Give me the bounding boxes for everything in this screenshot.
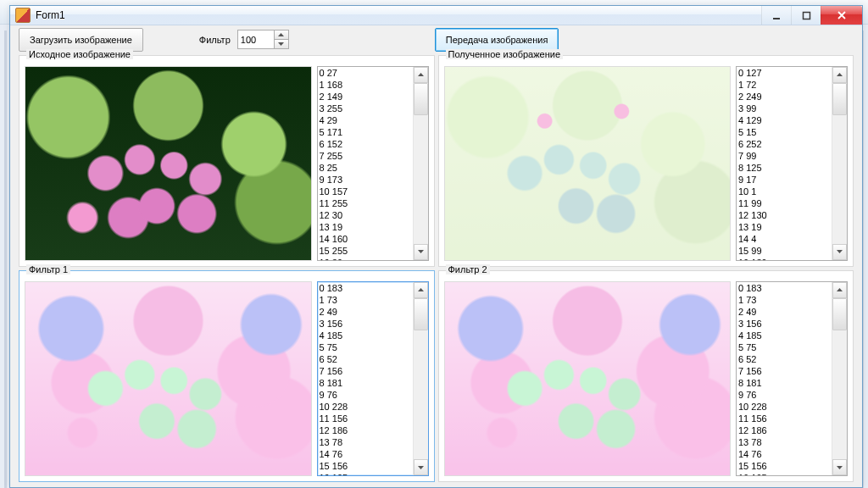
list-item[interactable]: 2 49	[320, 306, 413, 318]
list-item[interactable]: 9 17	[738, 174, 832, 186]
list-item[interactable]: 5 75	[738, 341, 832, 353]
list-item[interactable]: 15 255	[320, 245, 413, 257]
scroll-thumb[interactable]	[832, 83, 847, 115]
transmit-image-button[interactable]: Передача изображения	[435, 28, 559, 52]
list-item[interactable]: 13 78	[320, 436, 413, 448]
list-item[interactable]: 9 173	[320, 174, 413, 186]
filter-value-input[interactable]	[238, 30, 274, 48]
scroll-up-button[interactable]	[832, 282, 847, 298]
scroll-down-button[interactable]	[414, 244, 428, 260]
list-item[interactable]: 8 181	[738, 377, 832, 389]
maximize-button[interactable]	[791, 6, 821, 25]
list-item[interactable]: 13 19	[738, 221, 832, 233]
titlebar[interactable]: Form1	[10, 6, 862, 25]
list-item[interactable]: 3 255	[320, 103, 413, 114]
list-item[interactable]: 5 75	[320, 341, 413, 353]
scroll-thumb[interactable]	[414, 83, 428, 115]
scroll-up-button[interactable]	[414, 67, 428, 83]
scrollbar[interactable]	[832, 282, 847, 475]
close-button[interactable]	[821, 6, 862, 25]
list-item[interactable]: 14 76	[320, 448, 413, 460]
scrollbar[interactable]	[832, 67, 847, 260]
list-item[interactable]: 11 99	[738, 197, 832, 209]
list-item[interactable]: 12 186	[738, 424, 832, 436]
scroll-up-button[interactable]	[414, 282, 428, 298]
list-item[interactable]: 4 29	[320, 114, 413, 126]
list-item[interactable]: 2 149	[320, 91, 413, 103]
list-item[interactable]: 6 252	[738, 138, 832, 150]
list-item[interactable]: 4 185	[738, 330, 832, 341]
list-item[interactable]: 0 183	[320, 282, 413, 294]
spinner-down-button[interactable]	[275, 39, 288, 48]
list-item[interactable]: 4 185	[320, 330, 413, 341]
list-item[interactable]: 0 127	[738, 67, 832, 79]
list-item[interactable]: 13 78	[738, 436, 832, 448]
list-item[interactable]: 12 186	[320, 424, 413, 436]
list-item[interactable]: 9 76	[738, 389, 832, 401]
scrollbar[interactable]	[413, 67, 428, 260]
list-item[interactable]: 7 99	[738, 150, 832, 162]
list-item[interactable]: 7 255	[320, 150, 413, 162]
list-item[interactable]: 15 156	[320, 460, 413, 472]
list-item[interactable]: 16 39	[320, 257, 413, 260]
list-item[interactable]: 1 168	[320, 79, 413, 91]
list-item[interactable]: 11 255	[320, 197, 413, 209]
list-item[interactable]: 15 156	[738, 460, 832, 472]
list-item[interactable]: 1 73	[738, 294, 832, 306]
panel-filter2-caption: Фильтр 2	[446, 264, 490, 274]
scroll-up-button[interactable]	[832, 67, 847, 83]
list-item[interactable]: 14 160	[320, 233, 413, 245]
list-item[interactable]: 13 19	[320, 221, 413, 233]
scroll-thumb[interactable]	[414, 298, 428, 330]
list-item[interactable]: 11 156	[320, 413, 413, 424]
scrollbar[interactable]	[413, 282, 428, 475]
list-item[interactable]: 6 152	[320, 138, 413, 150]
list-item[interactable]: 6 52	[320, 353, 413, 365]
list-item[interactable]: 4 129	[738, 114, 832, 126]
list-item[interactable]: 5 171	[320, 126, 413, 138]
scroll-down-button[interactable]	[414, 459, 428, 475]
list-item[interactable]: 10 157	[320, 186, 413, 197]
list-item[interactable]: 5 15	[738, 126, 832, 138]
panel-source-caption: Исходное изображение	[26, 49, 133, 59]
list-item[interactable]: 3 156	[320, 318, 413, 330]
list-item[interactable]: 0 27	[320, 67, 413, 79]
list-item[interactable]: 2 49	[738, 306, 832, 318]
list-item[interactable]: 10 228	[320, 401, 413, 413]
list-item[interactable]: 15 99	[738, 245, 832, 257]
list-item[interactable]: 16 195	[738, 472, 832, 475]
filter1-listbox[interactable]: 0 1831 732 493 1564 1855 756 527 1568 18…	[317, 281, 429, 476]
spinner-up-button[interactable]	[275, 30, 288, 39]
list-item[interactable]: 14 4	[738, 233, 832, 245]
list-item[interactable]: 2 249	[738, 91, 832, 103]
list-item[interactable]: 6 52	[738, 353, 832, 365]
list-item[interactable]: 16 195	[320, 472, 413, 475]
list-item[interactable]: 3 99	[738, 103, 832, 114]
load-image-button[interactable]: Загрузить изображение	[19, 28, 143, 52]
received-listbox[interactable]: 0 1271 722 2493 994 1295 156 2527 998 12…	[736, 66, 848, 261]
list-item[interactable]: 7 156	[320, 365, 413, 377]
list-item[interactable]: 1 72	[738, 79, 832, 91]
list-item[interactable]: 8 181	[320, 377, 413, 389]
list-item[interactable]: 14 76	[738, 448, 832, 460]
list-item[interactable]: 10 228	[738, 401, 832, 413]
list-item[interactable]: 0 183	[738, 282, 832, 294]
list-item[interactable]: 3 156	[738, 318, 832, 330]
scroll-thumb[interactable]	[832, 298, 847, 330]
list-item[interactable]: 9 76	[320, 389, 413, 401]
minimize-button[interactable]	[761, 6, 791, 25]
list-item[interactable]: 11 156	[738, 413, 832, 424]
scroll-down-button[interactable]	[832, 459, 847, 475]
list-item[interactable]: 12 30	[320, 209, 413, 221]
list-item[interactable]: 16 139	[738, 257, 832, 260]
list-item[interactable]: 8 25	[320, 162, 413, 174]
scroll-down-button[interactable]	[832, 244, 847, 260]
source-listbox[interactable]: 0 271 1682 1493 2554 295 1716 1527 2558 …	[317, 66, 429, 261]
filter2-listbox[interactable]: 0 1831 732 493 1564 1855 756 527 1568 18…	[736, 281, 848, 476]
list-item[interactable]: 12 130	[738, 209, 832, 221]
list-item[interactable]: 8 125	[738, 162, 832, 174]
list-item[interactable]: 1 73	[320, 294, 413, 306]
list-item[interactable]: 10 1	[738, 186, 832, 197]
filter-value-spinner[interactable]	[237, 30, 289, 49]
list-item[interactable]: 7 156	[738, 365, 832, 377]
